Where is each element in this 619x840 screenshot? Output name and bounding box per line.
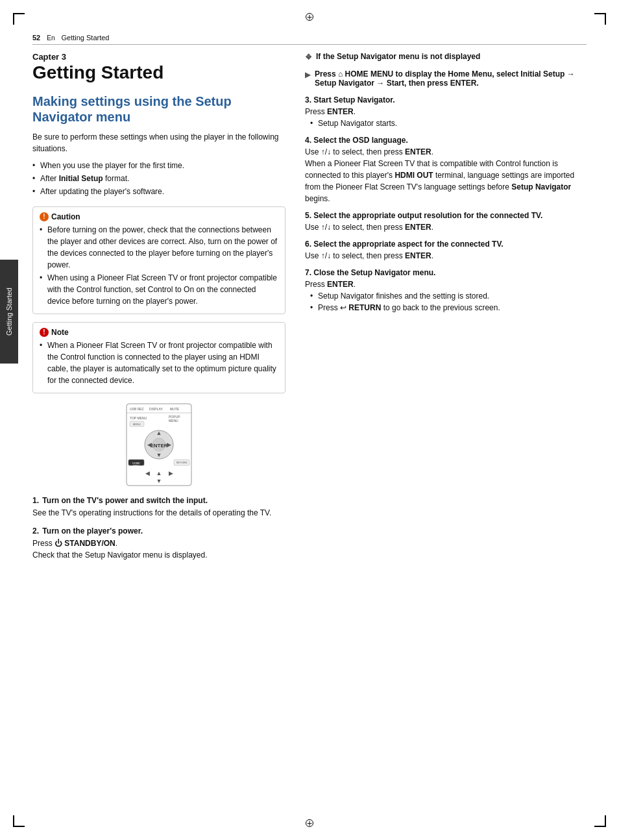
svg-text:▶: ▶ — [169, 470, 173, 476]
caution-label: Caution — [51, 212, 80, 221]
right-step-7-title: 7. Close the Setup Navigator menu. — [305, 268, 587, 277]
svg-text:TOP MENU: TOP MENU — [130, 416, 147, 420]
right-step-4: 4. Select the OSD language. Use ↑/↓ to s… — [305, 136, 587, 204]
note-label: Note — [51, 328, 69, 337]
right-step-6-desc: Use ↑/↓ to select, then press ENTER. — [305, 250, 587, 262]
not-displayed-header: ❖ If the Setup Navigator menu is not dis… — [305, 52, 587, 62]
step-2-title: 2. Turn on the player's power. — [32, 526, 285, 536]
page-header: 52 En Getting Started — [32, 34, 587, 45]
caution-icon: ! — [40, 212, 49, 221]
step-1: 1. Turn on the TV's power and switch the… — [32, 496, 285, 519]
svg-text:◀: ◀ — [145, 470, 150, 476]
svg-text:▼: ▼ — [156, 452, 162, 458]
corner-mark-br — [594, 815, 606, 827]
caution-item-1: Before turning on the power, check that … — [40, 224, 278, 271]
right-step-3-bullets: Setup Navigator starts. — [310, 117, 587, 129]
right-step-3-desc: Press ENTER. — [305, 106, 587, 117]
right-step-4-desc: Use ↑/↓ to select, then press ENTER.When… — [305, 146, 587, 204]
section-title: Making settings using the Setup Navigato… — [32, 93, 285, 125]
arrow-header: ▶ Press ⌂ HOME MENU to display the Home … — [305, 69, 587, 88]
note-header: ! Note — [40, 328, 278, 337]
content-area: Capter 3 Getting Started Making settings… — [32, 52, 587, 801]
corner-mark-tr — [594, 13, 606, 25]
arrow-right-icon: ▶ — [305, 70, 311, 79]
svg-text:◀: ◀ — [147, 441, 152, 448]
right-step-5-title: 5. Select the appropriate output resolut… — [305, 211, 587, 220]
arrow-item: ▶ Press ⌂ HOME MENU to display the Home … — [305, 69, 587, 88]
right-step-4-title: 4. Select the OSD language. — [305, 136, 587, 145]
side-tab-label: Getting Started — [5, 288, 13, 336]
svg-text:MENU: MENU — [133, 465, 140, 467]
step-1-desc: See the TV's operating instructions for … — [32, 507, 285, 519]
caution-item-2: When using a Pioneer Flat Screen TV or f… — [40, 272, 278, 307]
svg-text:USB REC: USB REC — [130, 407, 145, 411]
arrow-text: Press ⌂ HOME MENU to display the Home Me… — [315, 69, 587, 88]
svg-text:▲: ▲ — [156, 470, 162, 476]
note-bullets: When a Pioneer Flat Screen TV or front p… — [40, 340, 278, 386]
caution-box: ! Caution Before turning on the power, c… — [32, 206, 285, 314]
chapter-label: Capter 3 — [32, 52, 285, 62]
chapter-title: Getting Started — [32, 63, 285, 83]
step-1-title: 1. Turn on the TV's power and switch the… — [32, 496, 285, 505]
note-box: ! Note When a Pioneer Flat Screen TV or … — [32, 322, 285, 393]
diamond-icon: ❖ — [305, 53, 312, 62]
svg-text:RETURN: RETURN — [176, 461, 188, 464]
not-displayed-section: ❖ If the Setup Navigator menu is not dis… — [305, 52, 587, 62]
right-step-6-title: 6. Select the appropriate aspect for the… — [305, 240, 587, 249]
right-step-5: 5. Select the appropriate output resolut… — [305, 211, 587, 233]
caution-header: ! Caution — [40, 212, 278, 221]
svg-text:▶: ▶ — [167, 441, 171, 448]
bullet-item-3: After updating the player's software. — [32, 186, 285, 197]
svg-text:MENU: MENU — [169, 419, 178, 423]
right-step-7-bullet-1: Setup Navigator finishes and the setting… — [310, 290, 587, 302]
right-column: ❖ If the Setup Navigator menu is not dis… — [305, 52, 587, 801]
right-step-5-desc: Use ↑/↓ to select, then press ENTER. — [305, 221, 587, 233]
remote-svg: USB REC DISPLAY MUTE TOP MENU POPUP MENU… — [123, 402, 195, 487]
note-item-1: When a Pioneer Flat Screen TV or front p… — [40, 340, 278, 386]
svg-text:ENTER: ENTER — [150, 443, 167, 449]
bullet-item-2: After Initial Setup format. — [32, 173, 285, 184]
svg-text:MUTE: MUTE — [170, 407, 180, 411]
remote-image-container: USB REC DISPLAY MUTE TOP MENU POPUP MENU… — [32, 402, 285, 487]
right-step-3: 3. Start Setup Navigator. Press ENTER. S… — [305, 95, 587, 129]
svg-text:DISPLAY: DISPLAY — [149, 407, 163, 411]
svg-text:▼: ▼ — [156, 478, 162, 484]
intro-text: Be sure to perform these settings when u… — [32, 131, 285, 154]
right-step-3-bullet-1: Setup Navigator starts. — [310, 117, 587, 129]
right-step-7-bullet-2: Press ↩ RETURN to go back to the previou… — [310, 302, 587, 314]
left-column: Capter 3 Getting Started Making settings… — [32, 52, 285, 801]
intro-bullets: When you use the player for the first ti… — [32, 160, 285, 197]
page-number-en: En — [47, 34, 55, 42]
right-step-7-bullets: Setup Navigator finishes and the setting… — [310, 290, 587, 314]
right-step-3-title: 3. Start Setup Navigator. — [305, 95, 587, 105]
corner-mark-tl — [13, 13, 25, 25]
center-bottom-mark — [306, 819, 313, 827]
right-step-6: 6. Select the appropriate aspect for the… — [305, 240, 587, 262]
center-top-mark — [306, 13, 313, 21]
chapter-side-tab: Getting Started — [0, 260, 18, 364]
right-step-7-desc: Press ENTER. — [305, 278, 587, 290]
svg-text:⌂: ⌂ — [129, 464, 131, 468]
corner-mark-bl — [13, 815, 25, 827]
right-step-7: 7. Close the Setup Navigator menu. Press… — [305, 268, 587, 314]
caution-bullets: Before turning on the power, check that … — [40, 224, 278, 307]
page-header-text: Getting Started — [61, 34, 109, 42]
note-icon: ! — [40, 328, 49, 337]
svg-text:▲: ▲ — [156, 430, 162, 436]
svg-text:MENU: MENU — [133, 423, 141, 426]
step-2-desc: Press ⏻ STANDBY/ON.Check that the Setup … — [32, 537, 285, 561]
page-number: 52 — [32, 34, 40, 42]
not-displayed-title: If the Setup Navigator menu is not displ… — [316, 52, 480, 61]
step-2: 2. Turn on the player's power. Press ⏻ S… — [32, 526, 285, 561]
bullet-item-1: When you use the player for the first ti… — [32, 160, 285, 171]
